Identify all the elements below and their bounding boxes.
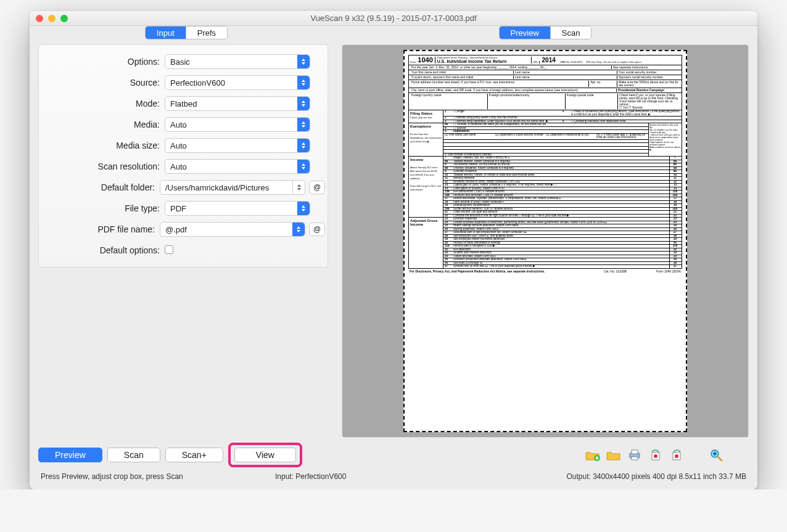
- preview-panel[interactable]: Form 1040 Department of the Treasury—Int…: [342, 44, 749, 438]
- status-left: Press Preview, adjust crop box, press Sc…: [41, 472, 275, 481]
- default-options-checkbox[interactable]: [165, 245, 173, 254]
- chevron-updown-icon: [292, 223, 305, 236]
- rotate-left-icon[interactable]: [648, 448, 664, 462]
- media-label: Media:: [41, 120, 165, 129]
- view-button-highlight: View: [228, 443, 302, 467]
- doc-form-number: 1040: [416, 57, 434, 63]
- titlebar[interactable]: VueScan 9 x32 (9.5.19) - 2015-07-17-0003…: [30, 11, 757, 26]
- chevron-updown-icon: [297, 139, 310, 152]
- media-select[interactable]: Auto: [165, 117, 310, 132]
- status-right: Output: 3400x4400 pixels 400 dpi 8.5x11 …: [566, 472, 746, 481]
- status-bar: Press Preview, adjust crop box, press Sc…: [38, 471, 749, 486]
- new-folder-icon[interactable]: [585, 448, 601, 462]
- preview-button[interactable]: Preview: [38, 448, 102, 462]
- doc-title: U.S. Individual Income Tax Return: [437, 59, 530, 63]
- source-label: Source:: [41, 78, 165, 88]
- scan-resolution-select[interactable]: Auto: [165, 159, 310, 174]
- preview-document: Form 1040 Department of the Treasury—Int…: [403, 50, 687, 432]
- chevron-updown-icon: [297, 202, 310, 215]
- source-select[interactable]: PerfectionV600: [165, 75, 310, 90]
- mode-label: Mode:: [41, 99, 165, 108]
- left-tab-bar: Input Prefs: [145, 26, 228, 39]
- doc-year: 14: [549, 57, 556, 63]
- chevron-updown-icon: [292, 181, 305, 194]
- options-select[interactable]: Basic: [165, 54, 310, 69]
- file-type-select[interactable]: PDF: [165, 201, 310, 216]
- settings-panel: Options: Basic Source: PerfectionV600 Mo…: [38, 44, 328, 268]
- rotate-right-icon[interactable]: [669, 448, 685, 462]
- window-title: VueScan 9 x32 (9.5.19) - 2015-07-17-0003…: [30, 14, 757, 23]
- doc-omb: OMB No. 1545-0074: [558, 61, 585, 63]
- options-label: Options:: [41, 57, 165, 67]
- media-size-label: Media size:: [41, 141, 165, 150]
- open-folder-icon[interactable]: [606, 448, 622, 462]
- chevron-updown-icon: [297, 160, 310, 173]
- zoom-in-icon[interactable]: [708, 448, 724, 462]
- chevron-updown-icon: [297, 76, 310, 89]
- file-type-label: File type:: [41, 203, 165, 213]
- pdf-file-name-select[interactable]: @.pdf: [160, 222, 305, 237]
- chevron-updown-icon: [297, 97, 310, 110]
- scan-button[interactable]: Scan: [107, 448, 160, 462]
- tab-scan[interactable]: Scan: [551, 27, 591, 39]
- svg-point-5: [654, 454, 657, 458]
- close-icon[interactable]: [36, 15, 43, 22]
- svg-point-7: [675, 454, 678, 458]
- svg-rect-3: [632, 457, 638, 460]
- default-folder-select[interactable]: /Users/hamrickdavid/Pictures: [160, 180, 305, 195]
- zoom-window-icon[interactable]: [60, 15, 68, 22]
- svg-rect-2: [632, 450, 638, 454]
- pdf-file-name-at-button[interactable]: @: [309, 223, 325, 236]
- printer-icon[interactable]: [627, 448, 643, 462]
- tab-preview[interactable]: Preview: [500, 27, 551, 39]
- default-options-label: Default options:: [41, 245, 165, 255]
- view-button[interactable]: View: [234, 448, 296, 462]
- chevron-updown-icon: [297, 55, 310, 68]
- default-folder-at-button[interactable]: @: [309, 181, 325, 194]
- minimize-icon[interactable]: [48, 15, 56, 22]
- tab-input[interactable]: Input: [146, 27, 186, 39]
- scan-plus-button[interactable]: Scan+: [165, 448, 223, 462]
- pdf-file-name-label: PDF file name:: [41, 224, 160, 234]
- default-folder-label: Default folder:: [41, 182, 160, 192]
- status-center: Input: PerfectionV600: [275, 472, 497, 481]
- chevron-updown-icon: [297, 118, 310, 131]
- app-window: VueScan 9 x32 (9.5.19) - 2015-07-17-0003…: [30, 11, 757, 489]
- tab-prefs[interactable]: Prefs: [186, 27, 227, 39]
- mode-select[interactable]: Flatbed: [165, 96, 310, 111]
- right-tab-bar: Preview Scan: [499, 26, 592, 39]
- scan-resolution-label: Scan resolution:: [41, 162, 165, 171]
- media-size-select[interactable]: Auto: [165, 138, 310, 153]
